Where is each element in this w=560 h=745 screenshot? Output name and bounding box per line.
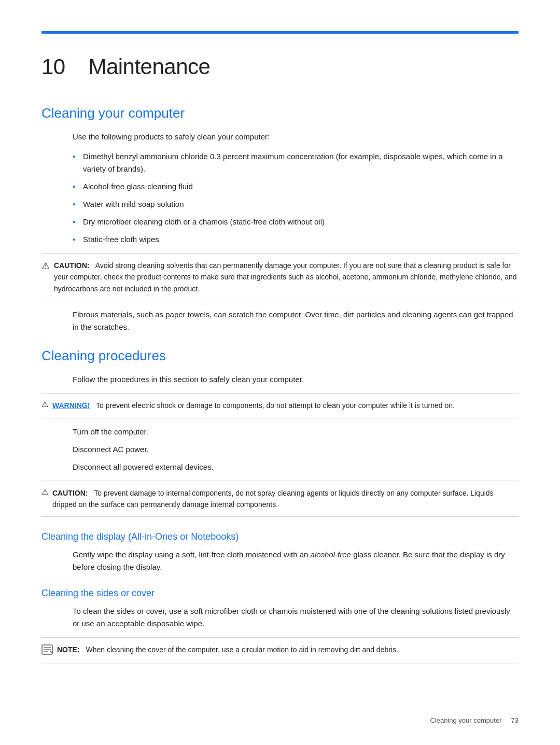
list-item: Dry microfiber cleaning cloth or a chamo… [73, 216, 519, 228]
warning-label: WARNING! [52, 401, 90, 410]
section1-bullet-list: Dimethyl benzyl ammonium chloride 0.3 pe… [73, 150, 519, 246]
warning-content: WARNING! To prevent electric shock or da… [52, 400, 455, 411]
footer-page-number: 73 [511, 716, 519, 724]
caution2-text: To prevent damage to internal components… [52, 489, 494, 509]
page: 10 Maintenance Cleaning your computer Us… [0, 0, 560, 745]
caution-box-2: ⚠ CAUTION: To prevent damage to internal… [41, 481, 519, 517]
chapter-title-text: Maintenance [88, 54, 210, 79]
section2-intro-block: Follow the procedures in this section to… [41, 373, 519, 386]
section1-content: Use the following products to safely cle… [41, 131, 519, 246]
top-border-decoration [41, 31, 519, 34]
caution2-content: CAUTION: To prevent damage to internal c… [52, 487, 519, 511]
warning-triangle-icon: ⚠ [41, 400, 48, 409]
note-text: When cleaning the cover of the computer,… [82, 645, 398, 654]
section3-content: Gently wipe the display using a soft, li… [41, 549, 519, 573]
section4-title: Cleaning the sides or cover [41, 588, 519, 599]
step-1: Turn off the computer. [73, 426, 519, 438]
fibrous-note-text: Fibrous materials, such as paper towels,… [73, 308, 519, 333]
list-item: Static-free cloth wipes [73, 233, 519, 246]
section3-title: Cleaning the display (All-in-Ones or Not… [41, 531, 519, 542]
section1-title: Cleaning your computer [41, 105, 519, 121]
note-label: NOTE: [57, 645, 80, 654]
chapter-title: 10 Maintenance [41, 54, 519, 79]
section-cleaning-sides: Cleaning the sides or cover To clean the… [41, 588, 519, 664]
caution-text: Avoid strong cleaning solvents that can … [54, 261, 517, 293]
note-box-1: NOTE: When cleaning the cover of the com… [41, 637, 519, 664]
step-3: Disconnect all powered external devices. [73, 461, 519, 473]
caution-content: CAUTION: Avoid strong cleaning solvents … [54, 260, 519, 294]
section-cleaning-display: Cleaning the display (All-in-Ones or Not… [41, 531, 519, 573]
warning-text: To prevent electric shock or damage to c… [92, 401, 455, 410]
caution-box-1: ⚠ CAUTION: Avoid strong cleaning solvent… [41, 253, 519, 301]
note-icon [41, 644, 53, 657]
note-content: NOTE: When cleaning the cover of the com… [57, 644, 398, 655]
list-item: Water with mild soap solution [73, 198, 519, 210]
footer-text: Cleaning your computer [430, 716, 501, 724]
footer: Cleaning your computer 73 [430, 716, 519, 724]
section3-text: Gently wipe the display using a soft, li… [73, 549, 519, 573]
warning-box-1: ⚠ WARNING! To prevent electric shock or … [41, 393, 519, 418]
chapter-number: 10 [41, 54, 65, 79]
section2-title: Cleaning procedures [41, 348, 519, 364]
section1-intro: Use the following products to safely cle… [73, 131, 519, 143]
list-item: Dimethyl benzyl ammonium chloride 0.3 pe… [73, 150, 519, 175]
section-cleaning-procedures: Cleaning procedures Follow the procedure… [41, 348, 519, 517]
caution2-label: CAUTION: [52, 489, 88, 497]
caution-triangle-icon: ⚠ [41, 260, 50, 272]
caution-triangle-icon-2: ⚠ [41, 487, 48, 497]
section2-intro: Follow the procedures in this section to… [73, 373, 519, 386]
section-cleaning-computer: Cleaning your computer Use the following… [41, 105, 519, 333]
step-2: Disconnect AC power. [73, 443, 519, 456]
section4-text: To clean the sides or cover, use a soft … [73, 605, 519, 630]
list-item: Alcohol-free glass-cleaning fluid [73, 180, 519, 193]
section1-fibrous-note: Fibrous materials, such as paper towels,… [41, 308, 519, 333]
caution-label: CAUTION: [54, 261, 89, 270]
section2-steps: Turn off the computer. Disconnect AC pow… [41, 426, 519, 473]
italic-text: alcohol-free [311, 550, 351, 559]
section4-content: To clean the sides or cover, use a soft … [41, 605, 519, 630]
